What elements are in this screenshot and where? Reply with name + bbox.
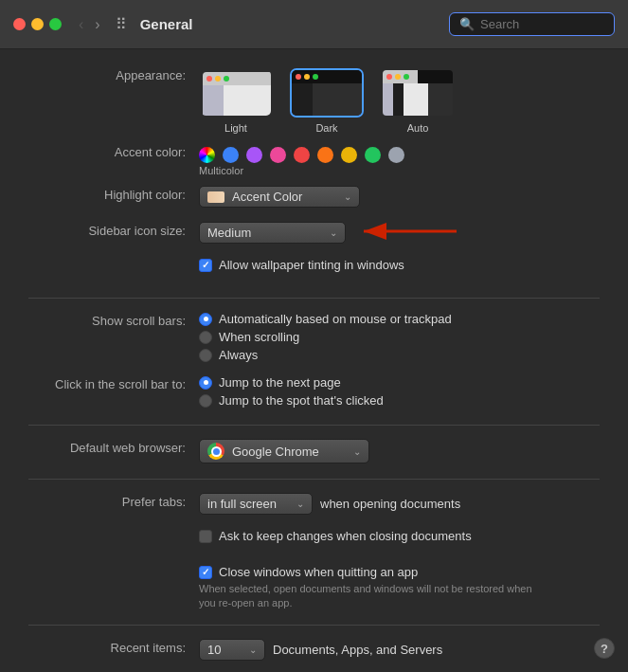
prefer-tabs-row: Prefer tabs: in full screen ⌄ when openi… xyxy=(28,493,600,519)
close-windows-content: ✓ Close windows when quitting an app Whe… xyxy=(199,565,600,611)
recent-items-row: Recent items: 10 ⌄ Documents, Apps, and … xyxy=(28,639,600,665)
sidebar-icon-size-row: Sidebar icon size: Medium ⌄ xyxy=(28,222,600,248)
close-windows-note: When selected, open documents and window… xyxy=(199,582,540,611)
show-scroll-bars-row: Show scroll bars: Automatically based on… xyxy=(28,312,600,366)
sidebar-icon-size-label: Sidebar icon size: xyxy=(28,222,199,238)
default-browser-content: Google Chrome ⌄ xyxy=(199,439,600,463)
close-windows-box: ✓ xyxy=(199,566,212,579)
highlight-color-value: Accent Color xyxy=(232,190,302,204)
scroll-bars-always-radio[interactable]: Always xyxy=(199,348,600,362)
chevron-down-icon: ⌄ xyxy=(353,446,361,457)
click-scroll-bar-row: Click in the scroll bar to: Jump to the … xyxy=(28,375,600,411)
default-browser-row: Default web browser: Google Chrome ⌄ xyxy=(28,439,600,465)
recent-items-value: 10 xyxy=(207,643,221,657)
radio-icon xyxy=(199,394,212,408)
titlebar-title: General xyxy=(140,16,440,32)
close-windows-spacer xyxy=(28,565,199,567)
accent-red[interactable] xyxy=(294,147,310,163)
dark-label: Dark xyxy=(315,122,337,134)
back-button[interactable]: ‹ xyxy=(75,14,87,35)
sidebar-icon-size-value: Medium xyxy=(207,226,251,240)
content: Appearance: xyxy=(0,49,628,672)
appearance-content: Light xyxy=(199,66,600,134)
maximize-button[interactable] xyxy=(49,18,62,30)
sidebar-icon-size-content: Medium ⌄ xyxy=(199,222,600,244)
close-windows-label: Close windows when quitting an app xyxy=(219,565,418,579)
highlight-color-label: Highlight color: xyxy=(28,186,199,202)
prefer-tabs-dropdown[interactable]: in full screen ⌄ xyxy=(199,493,313,515)
sidebar-icon-size-dropdown[interactable]: Medium ⌄ xyxy=(199,222,346,244)
search-input[interactable] xyxy=(480,17,603,31)
wallpaper-tinting-content: ✓ Allow wallpaper tinting in windows xyxy=(199,258,600,272)
auto-label: Auto xyxy=(407,122,429,134)
accent-blue[interactable] xyxy=(223,147,239,163)
general-section: Appearance: xyxy=(0,66,628,672)
recent-items-inline: 10 ⌄ Documents, Apps, and Servers xyxy=(199,639,600,661)
nav-arrows: ‹ › xyxy=(75,14,104,35)
scroll-bars-auto-label: Automatically based on mouse or trackpad xyxy=(219,312,452,326)
ask-keep-changes-box xyxy=(199,530,212,543)
appearance-label: Appearance: xyxy=(28,66,199,82)
traffic-lights xyxy=(13,18,62,30)
appearance-option-auto[interactable]: Auto xyxy=(381,68,455,134)
accent-green[interactable] xyxy=(365,147,381,163)
ask-keep-changes-checkbox[interactable]: Ask to keep changes when closing documen… xyxy=(199,529,600,543)
scroll-bars-always-label: Always xyxy=(219,348,258,362)
radio-icon xyxy=(199,376,212,390)
appearance-option-dark[interactable]: Dark xyxy=(290,68,364,134)
help-button[interactable]: ? xyxy=(594,638,615,659)
titlebar: ‹ › ⠿ General 🔍 xyxy=(0,0,628,49)
search-box[interactable]: 🔍 xyxy=(449,12,615,36)
chevron-down-icon: ⌄ xyxy=(330,227,337,238)
grid-icon[interactable]: ⠿ xyxy=(116,15,127,33)
click-scroll-spot-label: Jump to the spot that's clicked xyxy=(219,393,384,408)
minimize-button[interactable] xyxy=(31,18,44,30)
prefer-tabs-inline: in full screen ⌄ when opening documents xyxy=(199,493,600,515)
radio-dot xyxy=(204,380,208,385)
scroll-bars-auto-radio[interactable]: Automatically based on mouse or trackpad xyxy=(199,312,600,326)
auto-thumb[interactable] xyxy=(381,68,455,118)
click-scroll-spot-radio[interactable]: Jump to the spot that's clicked xyxy=(199,393,600,408)
chevron-down-icon: ⌄ xyxy=(296,499,304,509)
prefer-tabs-value: in full screen xyxy=(207,497,277,511)
click-scroll-bar-content: Jump to the next page Jump to the spot t… xyxy=(199,375,600,411)
accent-purple[interactable] xyxy=(246,147,262,163)
wallpaper-tinting-label: Allow wallpaper tinting in windows xyxy=(219,258,404,272)
radio-icon xyxy=(199,313,212,326)
forward-button[interactable]: › xyxy=(91,14,103,35)
accent-yellow[interactable] xyxy=(341,147,357,163)
close-windows-checkbox[interactable]: ✓ Close windows when quitting an app xyxy=(199,565,600,579)
wallpaper-tinting-spacer xyxy=(28,258,199,260)
scroll-bars-scrolling-label: When scrolling xyxy=(219,330,299,344)
light-thumb[interactable] xyxy=(199,68,273,118)
radio-icon xyxy=(199,349,212,362)
appearance-row: Appearance: xyxy=(28,66,600,134)
click-scroll-next-label: Jump to the next page xyxy=(219,375,341,390)
radio-icon xyxy=(199,331,212,344)
highlight-color-content: Accent Color ⌄ xyxy=(199,186,600,208)
highlight-color-dropdown[interactable]: Accent Color ⌄ xyxy=(199,186,360,208)
dark-thumb[interactable] xyxy=(290,68,364,118)
accent-color-label: Accent color: xyxy=(28,143,199,159)
accent-graphite[interactable] xyxy=(388,147,404,163)
default-browser-dropdown[interactable]: Google Chrome ⌄ xyxy=(199,439,369,463)
accent-orange[interactable] xyxy=(317,147,333,163)
appearance-option-light[interactable]: Light xyxy=(199,68,273,134)
search-icon: 🔍 xyxy=(459,17,475,31)
recent-items-content: 10 ⌄ Documents, Apps, and Servers xyxy=(199,639,600,661)
chevron-down-icon: ⌄ xyxy=(249,645,257,655)
accent-pink[interactable] xyxy=(270,147,286,163)
light-label: Light xyxy=(224,122,247,134)
prefer-tabs-label: Prefer tabs: xyxy=(28,493,199,509)
divider-4 xyxy=(28,625,600,626)
ask-keep-changes-content: Ask to keep changes when closing documen… xyxy=(199,529,600,543)
chrome-icon xyxy=(207,443,224,460)
accent-multicolor[interactable] xyxy=(199,147,215,163)
wallpaper-tinting-row: ✓ Allow wallpaper tinting in windows xyxy=(28,258,600,284)
close-button[interactable] xyxy=(13,18,26,30)
click-scroll-next-radio[interactable]: Jump to the next page xyxy=(199,375,600,390)
wallpaper-tinting-checkbox[interactable]: ✓ Allow wallpaper tinting in windows xyxy=(199,258,600,272)
multicolor-label: Multicolor xyxy=(199,165,600,176)
scroll-bars-scrolling-radio[interactable]: When scrolling xyxy=(199,330,600,344)
recent-items-dropdown[interactable]: 10 ⌄ xyxy=(199,639,265,661)
